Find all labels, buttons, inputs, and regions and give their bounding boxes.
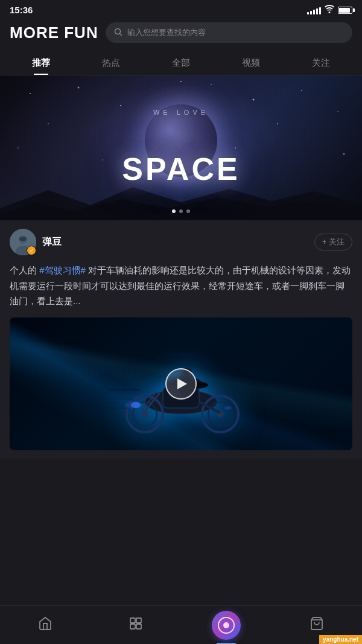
nav-home[interactable] <box>0 606 91 644</box>
content-area: ✓ 弹豆 + 关注 个人的 #驾驶习惯# 对于车辆油耗的影响还是比较大的，由于机… <box>0 220 362 459</box>
svg-point-26 <box>141 410 148 418</box>
svg-point-9 <box>277 123 278 124</box>
play-button[interactable] <box>165 368 197 400</box>
svg-point-2 <box>78 87 80 89</box>
tab-follow[interactable]: 关注 <box>286 50 356 75</box>
status-bar: 15:36 <box>0 0 362 18</box>
grid-icon <box>129 616 143 634</box>
watermark: yanghua.net <box>319 635 362 644</box>
hero-dot-3[interactable] <box>186 209 190 213</box>
svg-rect-44 <box>136 618 141 623</box>
wifi-icon <box>325 5 334 15</box>
hero-dot-2[interactable] <box>179 209 183 213</box>
nav-center[interactable] <box>181 606 272 644</box>
tab-video[interactable]: 视频 <box>216 50 286 75</box>
svg-point-3 <box>120 105 121 106</box>
play-icon <box>177 378 187 389</box>
status-time: 15:36 <box>10 5 33 15</box>
video-thumbnail[interactable] <box>10 317 352 450</box>
svg-point-11 <box>343 153 345 155</box>
search-placeholder: 输入您想要查找的内容 <box>127 27 206 38</box>
battery-icon <box>338 7 352 14</box>
author-name: 弹豆 <box>42 236 62 249</box>
svg-point-14 <box>235 147 236 148</box>
tab-hot[interactable]: 热点 <box>76 50 146 75</box>
bottom-nav <box>0 605 362 644</box>
svg-point-34 <box>125 401 143 409</box>
avatar-container: ✓ <box>10 229 36 255</box>
nav-tabs: 推荐 热点 全部 视频 关注 <box>0 50 362 75</box>
svg-point-19 <box>19 237 27 241</box>
post-author: ✓ 弹豆 <box>10 229 62 255</box>
cart-icon <box>310 616 324 634</box>
center-button[interactable] <box>212 611 241 640</box>
follow-button[interactable]: + 关注 <box>314 234 352 250</box>
header: MORE FUN 输入您想要查找的内容 <box>0 18 362 50</box>
verified-badge: ✓ <box>27 246 36 255</box>
search-bar[interactable]: 输入您想要查找的内容 <box>106 22 352 43</box>
tab-all[interactable]: 全部 <box>146 50 216 75</box>
svg-rect-46 <box>136 624 141 629</box>
home-icon <box>38 616 52 634</box>
hero-dot-1[interactable] <box>172 209 176 213</box>
post-card: ✓ 弹豆 + 关注 个人的 #驾驶习惯# 对于车辆油耗的影响还是比较大的，由于机… <box>0 220 362 459</box>
lens-icon <box>218 617 235 634</box>
svg-point-6 <box>301 90 302 91</box>
post-text: 个人的 #驾驶习惯# 对于车辆油耗的影响还是比较大的，由于机械的设计等因素，发动… <box>10 263 352 309</box>
svg-point-7 <box>337 111 338 112</box>
hero-banner: WE LOVE SPACE <box>0 75 362 220</box>
signal-icon <box>307 6 321 14</box>
svg-point-8 <box>48 123 49 124</box>
svg-point-12 <box>180 81 182 82</box>
svg-point-5 <box>253 99 255 101</box>
tab-recommend[interactable]: 推荐 <box>6 50 76 75</box>
post-header: ✓ 弹豆 + 关注 <box>10 229 352 255</box>
svg-point-10 <box>17 147 19 148</box>
status-icons <box>307 5 352 15</box>
search-icon <box>114 28 122 38</box>
hero-dots <box>172 209 190 213</box>
hero-title: SPACE <box>122 151 240 187</box>
svg-point-4 <box>211 84 212 85</box>
svg-point-1 <box>30 93 31 94</box>
svg-point-13 <box>102 159 103 161</box>
svg-rect-45 <box>130 624 135 629</box>
nav-grid[interactable] <box>91 606 181 644</box>
hero-mountains <box>0 184 362 220</box>
lens-dot <box>223 622 229 628</box>
post-hashtag[interactable]: #驾驶习惯# <box>39 265 86 275</box>
hero-we-love-text: WE LOVE <box>153 109 209 116</box>
post-text-before: 个人的 <box>10 265 39 275</box>
svg-rect-43 <box>130 618 135 623</box>
svg-point-38 <box>224 406 232 410</box>
app-title: MORE FUN <box>10 24 98 42</box>
